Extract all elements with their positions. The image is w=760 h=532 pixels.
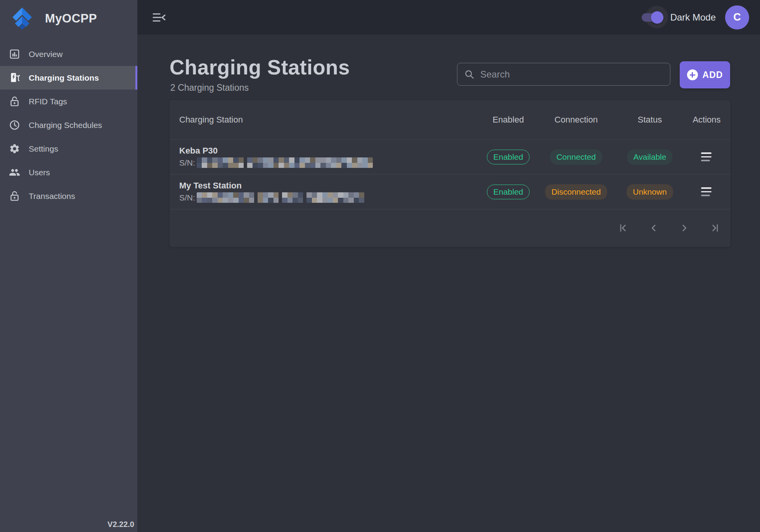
sidebar-item-label: Overview (29, 50, 63, 59)
status-badge: Available (627, 149, 673, 165)
table-header-row: Charging Station Enabled Connection Stat… (170, 100, 731, 140)
topbar: Dark Mode C (137, 0, 760, 35)
connection-cell: Disconnected (535, 184, 617, 200)
station-name: My Test Station (179, 181, 242, 191)
enabled-badge: Enabled (487, 150, 529, 164)
plus-icon (687, 69, 698, 80)
toggle-thumb (651, 11, 663, 24)
actions-cell (683, 187, 731, 196)
dark-mode-label: Dark Mode (670, 12, 716, 23)
lock-open-icon (9, 190, 20, 202)
sidebar-collapse-icon[interactable] (152, 12, 166, 23)
serial-label: S/N: (179, 158, 195, 168)
table-row: My Test Station S/N: Enabled Disconnecte… (170, 174, 731, 209)
sidebar-item-label: Users (29, 168, 50, 177)
actions-cell (683, 152, 731, 161)
status-cell: Available (617, 149, 683, 165)
sidebar-item-label: Charging Schedules (29, 121, 102, 130)
redacted-serial (197, 157, 373, 168)
column-header-actions: Actions (683, 115, 731, 125)
clock-icon (9, 119, 20, 131)
serial-line: S/N: (179, 157, 373, 168)
sidebar-item-label: RFID Tags (29, 97, 67, 106)
lock-open-icon (9, 96, 20, 107)
sidebar-item-label: Charging Stations (29, 73, 99, 83)
topbar-right: Dark Mode C (641, 5, 749, 29)
app-logo-icon (12, 7, 33, 30)
connection-cell: Connected (535, 149, 617, 165)
users-group-icon (9, 167, 20, 178)
row-actions-menu-icon[interactable] (701, 187, 713, 196)
enabled-badge: Enabled (487, 185, 529, 199)
gear-icon (9, 143, 20, 155)
first-page-icon[interactable] (618, 223, 628, 233)
enabled-cell: Enabled (481, 185, 535, 199)
search-input[interactable] (480, 69, 663, 80)
column-header-enabled: Enabled (481, 115, 535, 125)
main-content: Charging Stations 2 Charging Stations AD… (137, 35, 760, 532)
app-logo-row: MyOCPP (0, 0, 137, 37)
sidebar-item-charging-stations[interactable]: Charging Stations (0, 66, 137, 90)
station-name: Keba P30 (179, 146, 218, 156)
connection-badge: Disconnected (545, 184, 607, 200)
ev-charger-icon (9, 72, 20, 84)
column-header-status: Status (617, 115, 683, 125)
column-header-connection: Connection (535, 115, 617, 125)
search-box (457, 63, 670, 86)
status-cell: Unknown (617, 184, 683, 200)
bar-chart-icon (9, 48, 20, 60)
page-subtitle: 2 Charging Stations (170, 83, 249, 93)
dark-mode-toggle[interactable] (641, 9, 664, 26)
table-row: Keba P30 S/N: Enabled Connected Availabl… (170, 140, 731, 174)
sidebar: MyOCPP Overview Charging Stations RFID T… (0, 0, 137, 532)
redacted-serial (197, 192, 364, 203)
station-cell: Keba P30 S/N: (170, 146, 481, 168)
sidebar-item-label: Transactions (29, 192, 75, 201)
last-page-icon[interactable] (710, 223, 720, 233)
connection-badge: Connected (550, 149, 602, 165)
sidebar-item-label: Settings (29, 144, 58, 154)
app-name: MyOCPP (45, 12, 97, 26)
search-icon (464, 69, 474, 79)
serial-line: S/N: (179, 192, 364, 203)
station-cell: My Test Station S/N: (170, 181, 481, 203)
avatar[interactable]: C (725, 5, 749, 29)
sidebar-item-settings[interactable]: Settings (0, 137, 137, 161)
charging-stations-table: Charging Station Enabled Connection Stat… (170, 100, 731, 247)
row-actions-menu-icon[interactable] (701, 152, 713, 161)
pagination (170, 209, 731, 247)
sidebar-item-charging-schedules[interactable]: Charging Schedules (0, 113, 137, 137)
sidebar-nav: Overview Charging Stations RFID Tags Cha… (0, 42, 137, 208)
sidebar-item-rfid-tags[interactable]: RFID Tags (0, 90, 137, 113)
add-button[interactable]: ADD (680, 61, 730, 88)
serial-label: S/N: (179, 193, 195, 202)
sidebar-item-transactions[interactable]: Transactions (0, 184, 137, 208)
page-title: Charging Stations (170, 55, 350, 79)
sidebar-item-overview[interactable]: Overview (0, 42, 137, 66)
next-page-icon[interactable] (679, 223, 689, 233)
column-header-charging-station: Charging Station (170, 115, 481, 125)
add-button-label: ADD (703, 70, 723, 80)
enabled-cell: Enabled (481, 150, 535, 164)
status-badge: Unknown (627, 184, 673, 200)
sidebar-item-users[interactable]: Users (0, 161, 137, 184)
previous-page-icon[interactable] (649, 223, 659, 233)
app-version: V2.22.0 (107, 520, 134, 529)
